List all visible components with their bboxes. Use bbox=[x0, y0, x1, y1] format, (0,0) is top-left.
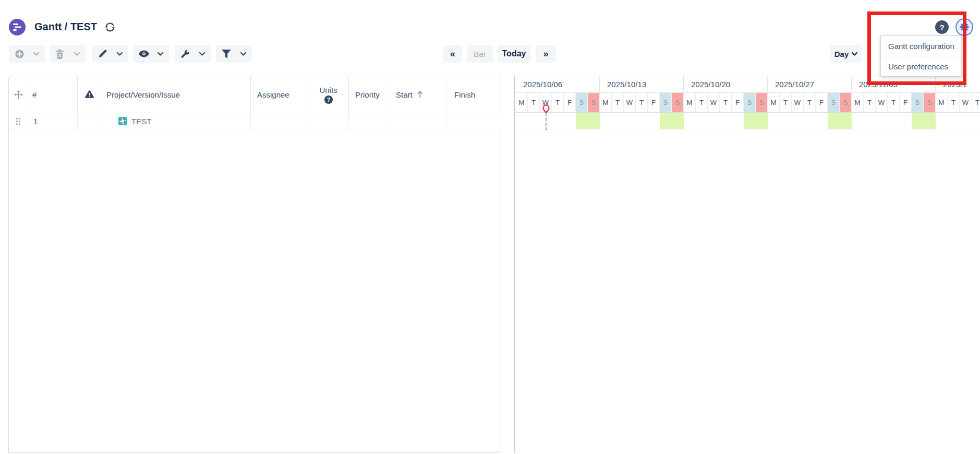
grid-panel: # Project/Version/Issue Assignee Units ?… bbox=[8, 76, 500, 453]
column-header-units[interactable]: Units ? bbox=[308, 76, 349, 113]
chevron-down-icon[interactable] bbox=[240, 52, 246, 56]
day-header-cell: T bbox=[888, 93, 900, 113]
column-header-move bbox=[9, 76, 28, 113]
scale-label: Day bbox=[834, 50, 849, 58]
day-header-cell: S bbox=[756, 93, 768, 113]
start-label: Start bbox=[396, 90, 413, 99]
day-header-cell: S bbox=[912, 93, 924, 113]
chevron-down-icon[interactable] bbox=[199, 52, 205, 56]
day-header-cell: T bbox=[864, 93, 876, 113]
row-divider bbox=[516, 129, 980, 129]
day-header-cell: S bbox=[744, 93, 756, 113]
column-header-warning[interactable] bbox=[78, 76, 101, 113]
row-finish-cell bbox=[446, 113, 501, 129]
scale-select-button[interactable]: Day bbox=[830, 45, 862, 63]
gantt-app: Gantt / TEST ? bbox=[0, 0, 980, 454]
row-assignee-cell bbox=[251, 113, 308, 129]
row-priority-cell bbox=[349, 113, 390, 129]
day-header-cell: T bbox=[972, 93, 980, 113]
day-header-cell: T bbox=[612, 93, 624, 113]
delete-button-group[interactable] bbox=[50, 45, 86, 63]
column-header-project[interactable]: Project/Version/Issue bbox=[101, 76, 251, 113]
day-header-cell: M bbox=[768, 93, 780, 113]
weekend-row-highlight bbox=[912, 113, 936, 129]
day-header-cell: T bbox=[780, 93, 792, 113]
weekend-row-highlight bbox=[744, 113, 768, 129]
chevron-down-icon[interactable] bbox=[74, 52, 80, 56]
week-header-cell: 2025/1 bbox=[936, 76, 980, 93]
row-warning-cell bbox=[78, 113, 101, 129]
column-header-assignee[interactable]: Assignee bbox=[251, 76, 308, 113]
day-header-cell: T bbox=[720, 93, 732, 113]
day-header-cell: M bbox=[936, 93, 948, 113]
weekend-row-highlight bbox=[576, 113, 600, 129]
tools-button-group[interactable] bbox=[175, 45, 211, 63]
timeline-panel: 2025/10/06MTWTFSS2025/10/13MTWTFSS2025/1… bbox=[516, 76, 980, 453]
today-marker-pin bbox=[542, 104, 550, 113]
week-header-cell: 2025/11/03 bbox=[852, 76, 936, 93]
project-name: TEST bbox=[131, 117, 151, 126]
next-period-button[interactable]: » bbox=[536, 45, 556, 63]
move-icon bbox=[14, 90, 23, 99]
gear-icon[interactable] bbox=[955, 18, 973, 36]
filter-button-group[interactable] bbox=[216, 45, 252, 63]
view-button-group[interactable] bbox=[133, 45, 169, 63]
day-header-cell: W bbox=[708, 93, 720, 113]
menu-item-user-preferences[interactable]: User preferences bbox=[881, 56, 961, 76]
day-header-cell: T bbox=[636, 93, 648, 113]
day-header-cell: S bbox=[828, 93, 840, 113]
week-header-cell: 2025/10/27 bbox=[768, 76, 852, 93]
warning-icon bbox=[85, 90, 94, 99]
view-icon bbox=[139, 50, 149, 57]
panel-splitter[interactable] bbox=[514, 76, 515, 453]
svg-text:?: ? bbox=[326, 96, 330, 102]
page-title: Gantt / TEST bbox=[34, 21, 97, 33]
column-header-finish[interactable]: Finish bbox=[446, 76, 501, 113]
week-header-cell: 2025/10/13 bbox=[600, 76, 684, 93]
delete-icon bbox=[55, 49, 64, 59]
column-header-priority[interactable]: Priority bbox=[349, 76, 390, 113]
prev-period-button[interactable]: « bbox=[443, 45, 462, 63]
help-icon[interactable]: ? bbox=[935, 20, 949, 34]
day-header-cell: W bbox=[624, 93, 636, 113]
day-header-cell: S bbox=[576, 93, 588, 113]
chevron-down-icon[interactable] bbox=[33, 52, 39, 56]
chevron-down-icon[interactable] bbox=[117, 52, 123, 56]
day-header-cell: T bbox=[528, 93, 540, 113]
bar-button[interactable]: Bar bbox=[467, 45, 493, 63]
help-glyph: ? bbox=[939, 23, 944, 32]
menu-item-gantt-configuration[interactable]: Gantt configuration bbox=[881, 36, 961, 56]
week-header-cell: 2025/10/20 bbox=[684, 76, 768, 93]
column-header-number[interactable]: # bbox=[28, 76, 78, 113]
add-button-group[interactable] bbox=[9, 45, 45, 63]
row-start-cell bbox=[390, 113, 446, 129]
day-header-cell: W bbox=[792, 93, 804, 113]
column-header-start[interactable]: Start bbox=[390, 76, 446, 113]
day-header-cell: F bbox=[564, 93, 576, 113]
units-label: Units bbox=[319, 86, 337, 94]
settings-dropdown-menu: Gantt configuration User preferences bbox=[880, 35, 962, 77]
today-button[interactable]: Today bbox=[498, 45, 530, 63]
filter-icon bbox=[222, 50, 231, 58]
day-header-cell: W bbox=[876, 93, 888, 113]
day-header-cell: S bbox=[660, 93, 672, 113]
edit-button-group[interactable] bbox=[92, 45, 128, 63]
today-marker-line bbox=[546, 113, 547, 130]
day-header-cell: M bbox=[600, 93, 612, 113]
row-drag-handle[interactable] bbox=[9, 113, 28, 129]
day-header-cell: T bbox=[696, 93, 708, 113]
day-header-cell: S bbox=[840, 93, 852, 113]
day-header-cell: F bbox=[816, 93, 828, 113]
day-header-cell: S bbox=[672, 93, 684, 113]
chevron-down-icon bbox=[852, 52, 857, 56]
row-project-cell[interactable]: TEST bbox=[101, 113, 251, 129]
row-units-cell bbox=[308, 113, 349, 129]
weekend-row-highlight bbox=[660, 113, 684, 129]
edit-icon bbox=[98, 49, 107, 58]
question-circle-icon[interactable]: ? bbox=[324, 95, 333, 104]
chevron-down-icon[interactable] bbox=[158, 52, 163, 56]
day-header-cell: M bbox=[684, 93, 696, 113]
day-header-cell: T bbox=[948, 93, 960, 113]
refresh-icon[interactable] bbox=[104, 21, 116, 33]
add-icon bbox=[15, 49, 25, 59]
